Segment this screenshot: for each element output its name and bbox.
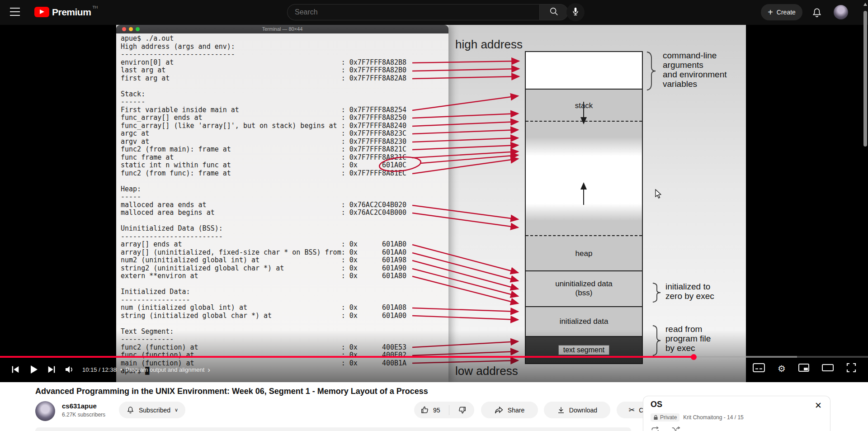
lock-icon	[653, 415, 658, 420]
channel-avatar[interactable]	[35, 401, 55, 421]
high-address-label: high address	[455, 38, 523, 52]
privacy-label: Private	[660, 414, 677, 421]
notifications-button[interactable]	[811, 7, 823, 19]
terminal-title: Terminal — 80×44	[116, 25, 448, 33]
progress-bar[interactable]	[0, 356, 868, 358]
mouse-cursor	[655, 189, 662, 199]
bss-annotation: initialized to zero by exec	[665, 282, 714, 301]
next-button[interactable]	[42, 361, 61, 378]
close-icon: ✕	[815, 400, 822, 411]
subscribed-button[interactable]: Subscribed ∨	[119, 402, 185, 418]
playlist-controls	[651, 426, 680, 431]
search-button[interactable]	[539, 4, 568, 20]
create-button[interactable]: + Create	[761, 4, 802, 20]
playlist-title: OS	[651, 400, 662, 409]
playlist-panel: OS ✕ Private Krit Chomaitong - 14 / 15	[643, 396, 830, 431]
terminal-output: apue$ ./a.out High address (args and env…	[116, 33, 448, 375]
terminal-window: Terminal — 80×44 apue$ ./a.out High addr…	[116, 25, 448, 382]
chapter-link[interactable]: • Program output and alignment ›	[120, 366, 210, 374]
scissors-icon: ✂	[629, 406, 635, 414]
youtube-play-icon	[34, 7, 49, 17]
subscribed-label: Subscribed	[139, 407, 170, 414]
privacy-badge: Private	[651, 413, 679, 422]
progress-played	[0, 356, 694, 358]
share-icon	[495, 406, 504, 414]
loop-icon[interactable]	[651, 426, 660, 431]
share-label: Share	[508, 407, 524, 414]
description-box[interactable]	[35, 427, 631, 431]
share-button[interactable]: Share	[481, 402, 538, 418]
bell-icon	[811, 12, 823, 20]
plus-icon: +	[768, 8, 773, 17]
chevron-right-icon: ›	[208, 366, 210, 374]
mac-zoom-icon	[136, 27, 140, 31]
memory-layout-box: stack heap uninitialized data (bss) init…	[525, 51, 643, 364]
microphone-icon	[571, 6, 580, 18]
download-label: Download	[569, 407, 597, 414]
playlist-byline: Krit Chomaitong - 14 / 15	[683, 414, 743, 421]
args-annotation: command-line arguments and environment v…	[663, 51, 727, 89]
account-avatar[interactable]	[834, 5, 848, 19]
channel-name[interactable]: cs631apue	[62, 402, 97, 410]
scrollbar-up-arrow-icon[interactable]	[863, 3, 867, 6]
voice-search-button[interactable]	[566, 3, 585, 21]
menu-button[interactable]	[10, 8, 20, 17]
thumbs-down-icon[interactable]	[458, 406, 467, 414]
page-scrollbar[interactable]	[863, 0, 868, 431]
segment-heap-growth	[526, 204, 642, 235]
args-brace	[646, 51, 657, 91]
segment-bss: uninitialized data (bss)	[526, 271, 642, 307]
segment-stack: stack	[526, 89, 642, 122]
mac-minimize-icon	[129, 27, 133, 31]
next-icon	[47, 365, 57, 374]
divider	[449, 405, 449, 415]
previous-button[interactable]	[6, 361, 24, 378]
create-label: Create	[777, 9, 796, 16]
download-button[interactable]: Download	[544, 402, 610, 418]
masthead: Premium TH + Create	[0, 0, 868, 25]
terminal-titlebar: Terminal — 80×44	[116, 25, 448, 33]
bell-icon	[126, 406, 135, 414]
watch-info-section: Advanced Programming in the UNIX Environ…	[0, 382, 868, 431]
progress-scrubber[interactable]	[691, 354, 697, 360]
search-input[interactable]	[288, 8, 539, 16]
chapter-title: Program output and alignment	[125, 366, 204, 373]
player-controls: 10:15 / 12:38 • Program output and align…	[0, 360, 868, 379]
youtube-premium-logo[interactable]: Premium TH	[34, 7, 98, 17]
mac-close-icon	[122, 27, 126, 31]
progress-buffered	[694, 356, 797, 358]
video-player[interactable]: Terminal — 80×44 apue$ ./a.out High addr…	[0, 25, 868, 382]
segment-stack-growth	[526, 122, 642, 156]
previous-icon	[10, 365, 20, 374]
search-box[interactable]	[287, 4, 539, 20]
search-icon	[549, 6, 559, 18]
scrollbar-thumb[interactable]	[863, 11, 867, 147]
volume-icon	[64, 364, 75, 375]
shuffle-icon[interactable]	[671, 426, 680, 431]
like-count[interactable]: 95	[433, 407, 440, 414]
play-button[interactable]	[24, 361, 42, 378]
playlist-close-button[interactable]: ✕	[813, 400, 824, 411]
like-dislike-group: 95	[414, 402, 474, 418]
video-title: Advanced Programming in the UNIX Environ…	[35, 387, 533, 396]
play-icon	[28, 364, 39, 375]
volume-button[interactable]	[61, 361, 79, 378]
brand-wordmark: Premium	[52, 7, 91, 17]
playlist-meta: Private Krit Chomaitong - 14 / 15	[651, 413, 744, 422]
chevron-down-icon: ∨	[175, 407, 178, 413]
bss-brace	[652, 283, 662, 303]
subscriber-count: 6.27K subscribers	[62, 412, 105, 418]
segment-heap: heap	[526, 235, 642, 271]
country-code: TH	[92, 5, 98, 9]
thumbs-up-icon[interactable]	[420, 406, 429, 414]
download-icon	[557, 406, 565, 414]
video-frame: Terminal — 80×44 apue$ ./a.out High addr…	[116, 25, 746, 382]
time-display: 10:15 / 12:38	[82, 366, 117, 373]
bullet-separator: •	[120, 366, 123, 373]
